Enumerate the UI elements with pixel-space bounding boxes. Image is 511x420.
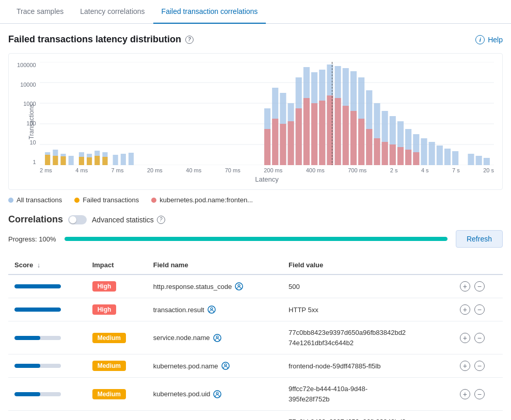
filter-icon[interactable]: [207, 305, 216, 314]
help-circle-icon: i: [475, 35, 485, 44]
correlations-header: Correlations Advanced statistics ?: [8, 214, 503, 225]
y-tick: 100000: [17, 62, 36, 68]
tab-trace-samples[interactable]: Trace samples: [8, 0, 72, 24]
svg-rect-19: [60, 156, 66, 165]
table-row: Mediumkubernetes.pod.namefrontend-node-5…: [8, 354, 503, 378]
x-tick: 7 ms: [111, 167, 124, 173]
impact-cell: Medium: [86, 411, 147, 421]
svg-rect-14: [113, 155, 118, 165]
col-field-name: Field name: [147, 256, 282, 274]
svg-rect-48: [452, 151, 458, 165]
advanced-help-icon[interactable]: ?: [157, 216, 165, 224]
x-tick: 200 ms: [264, 167, 282, 173]
filter-exclude-button[interactable]: −: [474, 389, 485, 399]
filter-icon[interactable]: [213, 334, 221, 342]
score-bar-fill: [14, 392, 40, 396]
impact-cell: High: [86, 274, 147, 298]
x-tick: 700 ms: [348, 167, 366, 173]
field-value-text: HTTP 5xx: [289, 306, 318, 314]
help-button[interactable]: i Help: [475, 35, 503, 44]
svg-rect-20: [79, 157, 84, 165]
svg-rect-66: [374, 138, 380, 165]
impact-cell: Medium: [86, 354, 147, 378]
filter-include-button[interactable]: +: [460, 281, 470, 292]
svg-rect-59: [319, 101, 325, 165]
field-name-cell: container.id: [147, 411, 282, 421]
legend-kubernetes: kubernetes.pod.name:fronten...: [151, 196, 253, 204]
svg-rect-9: [69, 156, 74, 165]
tabs-bar: Trace samples Latency correlations Faile…: [0, 0, 511, 24]
svg-rect-64: [358, 119, 364, 165]
table-row: Highhttp.response.status_code500+−: [8, 274, 503, 298]
actions-cell: +−: [454, 378, 503, 411]
actions-cell: +−: [454, 411, 503, 421]
x-tick: 2 ms: [40, 167, 52, 173]
y-tick: 100: [17, 120, 36, 126]
field-value-cell: 77c0bb8423e9397d650a96fb83842bd274e1261d…: [282, 321, 454, 354]
field-value-cell: HTTP 5xx: [282, 298, 454, 321]
x-tick: 400 ms: [306, 167, 325, 173]
impact-badge: Medium: [92, 361, 126, 371]
chart-help-icon[interactable]: ?: [185, 36, 194, 44]
svg-rect-16: [129, 153, 134, 165]
field-name-cell: http.response.status_code: [147, 274, 282, 298]
filter-icon[interactable]: [213, 390, 221, 398]
filter-include-button[interactable]: +: [460, 361, 470, 371]
filter-exclude-button[interactable]: −: [474, 281, 485, 292]
chart-container: Transactions 100000 10000 1000 100 10 1: [8, 53, 503, 190]
score-bar: [14, 392, 61, 396]
table-row: Mediumcontainer.id77c0bb8423e9397d650a96…: [8, 411, 503, 421]
svg-point-75: [238, 284, 240, 286]
filter-exclude-button[interactable]: −: [474, 304, 485, 315]
filter-include-button[interactable]: +: [460, 333, 470, 343]
x-tick: 70 ms: [225, 167, 241, 173]
score-cell: [8, 378, 86, 411]
filter-exclude-button[interactable]: −: [474, 333, 485, 343]
field-value-cell: 500: [282, 274, 454, 298]
actions-cell: +−: [454, 354, 503, 378]
svg-rect-50: [476, 156, 482, 165]
chart-title: Failed transactions latency distribution: [8, 34, 181, 45]
score-bar: [14, 364, 61, 368]
field-value-cell: 77c0bb8423e9397d650a96fb83842bd274e1261d…: [282, 411, 454, 421]
svg-rect-68: [390, 144, 396, 165]
actions-cell: +−: [454, 321, 503, 354]
impact-badge: Medium: [92, 333, 126, 343]
svg-point-81: [225, 364, 227, 366]
filter-icon[interactable]: [235, 282, 243, 290]
refresh-button[interactable]: Refresh: [456, 230, 503, 248]
filter-exclude-button[interactable]: −: [474, 361, 485, 371]
field-name-text: kubernetes.pod.uid: [153, 390, 211, 398]
field-name-cell: kubernetes.pod.uid: [147, 378, 282, 411]
score-bar: [14, 336, 61, 340]
x-tick: 4 ms: [75, 167, 88, 173]
svg-rect-21: [87, 157, 92, 165]
field-value-text: 77c0bb8423e9397d650a96fb83842bd274e1261d…: [289, 328, 448, 348]
svg-rect-67: [382, 142, 388, 165]
svg-rect-15: [121, 154, 126, 165]
legend-failed-transactions: Failed transactions: [74, 196, 139, 204]
svg-rect-18: [53, 156, 58, 165]
tab-latency-correlations[interactable]: Latency correlations: [72, 0, 153, 24]
col-impact: Impact: [86, 256, 147, 274]
filter-include-button[interactable]: +: [460, 389, 470, 399]
svg-rect-55: [288, 121, 294, 165]
tab-failed-transaction-correlations[interactable]: Failed transaction correlations: [153, 0, 266, 24]
x-tick: 7 s: [452, 167, 460, 173]
advanced-statistics-toggle[interactable]: [68, 215, 87, 224]
sort-icon: ↓: [37, 261, 41, 269]
filter-include-button[interactable]: +: [460, 304, 470, 315]
x-tick: 20 ms: [147, 167, 163, 173]
y-tick: 10: [17, 139, 36, 146]
svg-rect-63: [350, 111, 357, 165]
filter-icon[interactable]: [221, 362, 230, 370]
impact-badge: High: [92, 304, 117, 315]
x-axis-label: Latency: [40, 175, 494, 183]
x-tick: 2 s: [390, 167, 398, 173]
legend-dot-failed: [74, 198, 79, 203]
table-row: Mediumkubernetes.pod.uid9ffcc72e-b444-41…: [8, 378, 503, 411]
field-name-cell: kubernetes.pod.name: [147, 354, 282, 378]
svg-rect-71: [413, 152, 419, 165]
score-bar-fill: [14, 336, 40, 340]
legend-dot-all: [8, 198, 13, 203]
